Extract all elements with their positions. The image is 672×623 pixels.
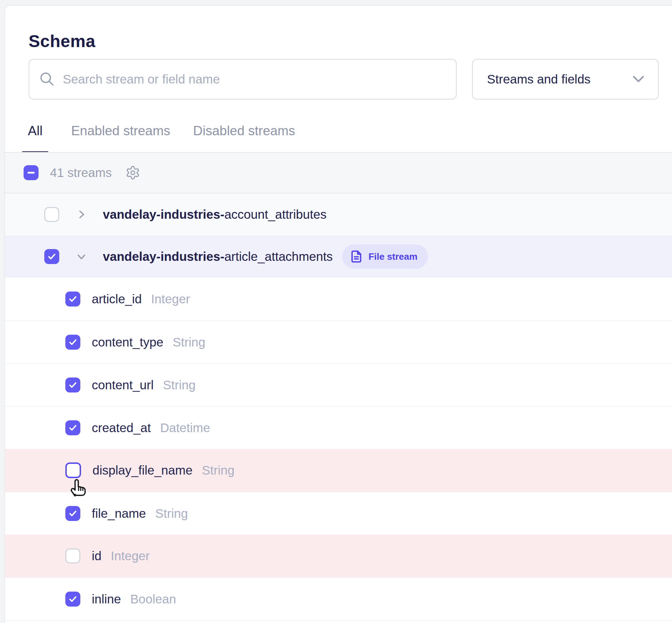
- field-row-highlighted[interactable]: display_file_name String: [5, 449, 672, 492]
- field-row[interactable]: article_id Integer: [5, 278, 672, 320]
- select-all-checkbox[interactable]: [24, 165, 39, 180]
- check-icon: [47, 252, 56, 261]
- field-checkbox[interactable]: [65, 420, 80, 435]
- stream-count-label: 41 streams: [50, 166, 112, 180]
- gear-icon[interactable]: [125, 165, 140, 180]
- field-name: article_id: [92, 292, 142, 306]
- field-row[interactable]: inline Boolean: [5, 577, 672, 620]
- tab-all[interactable]: All: [22, 123, 48, 153]
- field-type: Integer: [151, 292, 190, 306]
- field-row[interactable]: file_name String: [5, 492, 672, 535]
- check-icon: [68, 509, 77, 518]
- streams-toolbar: 41 streams: [5, 152, 672, 193]
- field-name: content_type: [92, 335, 163, 349]
- field-row[interactable]: content_url String: [5, 363, 672, 406]
- field-type: Integer: [111, 549, 150, 563]
- stream-name: vandelay-industries-article_attachments: [103, 249, 333, 264]
- stream-name-prefix: vandelay-industries-: [103, 207, 224, 221]
- field-name: file_name: [92, 506, 146, 521]
- field-type: String: [163, 378, 195, 392]
- field-checkbox[interactable]: [65, 592, 80, 607]
- stream-list: vandelay-industries-account_attributes v…: [5, 193, 672, 623]
- list-bottom-divider: [5, 620, 672, 623]
- field-name: inline: [92, 592, 121, 606]
- field-name: content_url: [92, 378, 154, 392]
- field-checkbox[interactable]: [65, 506, 80, 521]
- view-select-dropdown[interactable]: Streams and fields: [472, 59, 659, 100]
- field-type: String: [155, 506, 188, 521]
- check-icon: [68, 423, 77, 432]
- field-checkbox[interactable]: [65, 548, 80, 563]
- tab-enabled-streams[interactable]: Enabled streams: [71, 123, 170, 153]
- stream-name-prefix: vandelay-industries-: [103, 249, 224, 263]
- field-row[interactable]: created_at Datetime: [5, 406, 672, 449]
- minus-icon: [27, 168, 35, 177]
- stream-name-suffix: article_attachments: [224, 249, 332, 263]
- field-row-highlighted[interactable]: id Integer: [5, 535, 672, 577]
- field-type: String: [202, 463, 234, 477]
- file-stream-badge: File stream: [342, 244, 428, 269]
- stream-name-suffix: account_attributes: [224, 207, 326, 221]
- chevron-right-icon[interactable]: [76, 209, 87, 220]
- field-checkbox[interactable]: [65, 292, 80, 307]
- check-icon: [68, 338, 77, 347]
- stream-checkbox[interactable]: [44, 207, 59, 222]
- field-checkbox-hovered[interactable]: [65, 462, 81, 478]
- field-name: id: [92, 549, 101, 563]
- stream-name: vandelay-industries-account_attributes: [103, 207, 326, 222]
- check-icon: [68, 380, 77, 390]
- field-type: Boolean: [130, 592, 176, 606]
- stream-filter-tabs: All Enabled streams Disabled streams: [22, 123, 295, 153]
- view-select-value: Streams and fields: [487, 72, 591, 86]
- field-checkbox[interactable]: [65, 335, 80, 350]
- field-name: display_file_name: [92, 463, 192, 477]
- page-title: Schema: [29, 31, 95, 51]
- search-input[interactable]: [63, 60, 449, 98]
- chevron-down-icon: [632, 75, 645, 83]
- file-text-icon: [350, 250, 363, 263]
- tab-disabled-streams[interactable]: Disabled streams: [193, 123, 295, 153]
- stream-row[interactable]: vandelay-industries-account_attributes: [5, 193, 672, 235]
- search-box: [29, 59, 457, 100]
- stream-checkbox[interactable]: [44, 249, 59, 264]
- field-type: String: [172, 335, 205, 349]
- file-stream-badge-label: File stream: [368, 251, 417, 262]
- check-icon: [68, 294, 77, 304]
- stream-row-selected[interactable]: vandelay-industries-article_attachments …: [5, 235, 672, 278]
- field-type: Datetime: [160, 421, 210, 435]
- search-icon: [39, 71, 55, 87]
- field-row[interactable]: content_type String: [5, 320, 672, 363]
- field-name: created_at: [92, 421, 151, 435]
- field-checkbox[interactable]: [65, 378, 80, 392]
- check-icon: [68, 594, 77, 604]
- chevron-down-icon[interactable]: [76, 251, 87, 262]
- schema-card: Schema Streams and fields All Enabled st…: [4, 5, 672, 623]
